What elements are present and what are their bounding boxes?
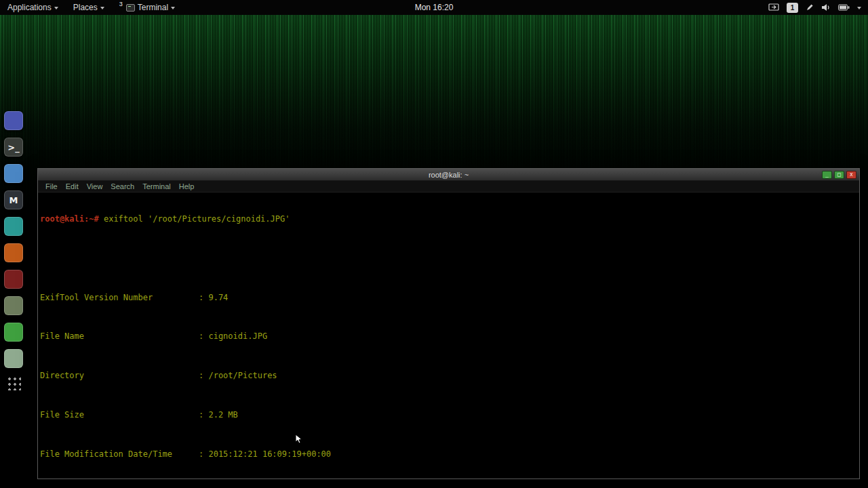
terminal-menu-label: Terminal — [138, 3, 168, 12]
dock-item[interactable]: >_ — [4, 138, 23, 157]
terminal-menu-item[interactable]: Terminal — [138, 181, 175, 192]
exif-value: : 9.74 — [199, 293, 228, 302]
dock-item[interactable] — [4, 296, 23, 315]
terminal-badge: 3 — [119, 1, 123, 7]
exif-row: ExifTool Version Number: 9.74 — [40, 293, 859, 302]
terminal-menubar: File Edit View Search Terminal Help — [38, 181, 859, 192]
exif-row: Directory: /root/Pictures — [40, 371, 859, 380]
window-title: root@kali: ~ — [429, 171, 469, 179]
shell-prompt: root@kali:~# — [40, 214, 99, 224]
places-menu-label: Places — [73, 3, 98, 12]
terminal-icon — [126, 4, 135, 12]
volume-icon[interactable] — [821, 3, 831, 12]
screencast-icon[interactable] — [768, 3, 779, 12]
dock-item[interactable] — [4, 111, 23, 130]
command-line: root@kali:~# exiftool '/root/Pictures/ci… — [40, 214, 859, 224]
exif-label: Directory — [40, 371, 199, 380]
applications-menu[interactable]: Applications — [0, 0, 66, 15]
mouse-cursor — [295, 434, 303, 447]
exif-label: ExifTool Version Number — [40, 293, 199, 302]
terminal-menu-item-label: File — [45, 182, 58, 190]
places-menu[interactable]: Places — [66, 0, 112, 15]
dock-item-glyph: M — [9, 195, 18, 205]
top-panel: Applications Places 3 Terminal Mon 16:20… — [0, 0, 868, 15]
terminal-menu-item[interactable]: Search — [106, 181, 138, 192]
dock-item[interactable] — [4, 243, 23, 262]
exif-output: ExifTool Version Number: 9.74 File Name:… — [40, 253, 859, 479]
command-text: exiftool '/root/Pictures/cignoidi.JPG' — [99, 214, 290, 224]
exif-label: File Modification Date/Time — [40, 449, 199, 459]
dock-item[interactable] — [4, 270, 23, 289]
status-area: 1 — [768, 0, 868, 15]
terminal-menu-item[interactable]: Help — [175, 181, 199, 192]
chevron-down-icon — [171, 7, 175, 9]
window-titlebar[interactable]: root@kali: ~ _ □ x — [38, 169, 859, 181]
terminal-content[interactable]: root@kali:~# exiftool '/root/Pictures/ci… — [38, 192, 859, 479]
exif-label: File Size — [40, 410, 199, 420]
exif-row: File Name: cignoidi.JPG — [40, 331, 859, 341]
input-source-indicator[interactable]: 1 — [787, 3, 798, 13]
active-app-menu-terminal[interactable]: 3 Terminal — [112, 0, 182, 15]
dock-item[interactable]: M — [4, 190, 23, 209]
show-applications-button[interactable] — [4, 373, 23, 392]
maximize-button[interactable]: □ — [834, 171, 844, 179]
dock-item[interactable] — [4, 349, 23, 368]
exif-row: File Size: 2.2 MB — [40, 410, 859, 420]
terminal-window: root@kali: ~ _ □ x File Edit View Search — [37, 168, 860, 479]
dock-item[interactable] — [4, 217, 23, 236]
applications-menu-label: Applications — [7, 3, 52, 12]
exif-value: : cignoidi.JPG — [199, 331, 267, 341]
exif-value: : 2015:12:21 16:09:19+00:00 — [199, 449, 331, 459]
terminal-menu-item[interactable]: View — [83, 181, 107, 192]
terminal-menu-item-label: Edit — [66, 182, 79, 190]
minimize-button[interactable]: _ — [822, 171, 832, 179]
dock-item[interactable] — [4, 164, 23, 183]
terminal-menu-item-label: Search — [111, 182, 134, 190]
terminal-menu-item-label: Terminal — [142, 182, 171, 190]
exif-value: : /root/Pictures — [199, 371, 277, 380]
grid-dots-icon — [6, 375, 21, 390]
favorites-dock: >_ M — [4, 111, 23, 368]
exif-label: File Name — [40, 331, 199, 341]
exif-value: : 2.2 MB — [199, 410, 238, 420]
chevron-down-icon — [100, 7, 104, 9]
terminal-menu-item-label: Help — [179, 182, 195, 190]
dock-item-glyph: >_ — [7, 142, 19, 152]
terminal-menu-item[interactable]: Edit — [62, 181, 83, 192]
terminal-menu-item[interactable]: File — [41, 181, 62, 192]
terminal-menu-item-label: View — [87, 182, 103, 190]
menu-caret-icon[interactable] — [857, 7, 861, 9]
dock-item[interactable] — [4, 323, 23, 342]
close-button[interactable]: x — [846, 171, 856, 179]
pen-icon[interactable] — [806, 3, 814, 12]
window-controls: _ □ x — [822, 171, 859, 179]
battery-icon[interactable] — [838, 4, 850, 11]
clock[interactable]: Mon 16:20 — [415, 3, 454, 12]
chevron-down-icon — [54, 7, 58, 9]
exif-row: File Modification Date/Time: 2015:12:21 … — [40, 449, 859, 459]
